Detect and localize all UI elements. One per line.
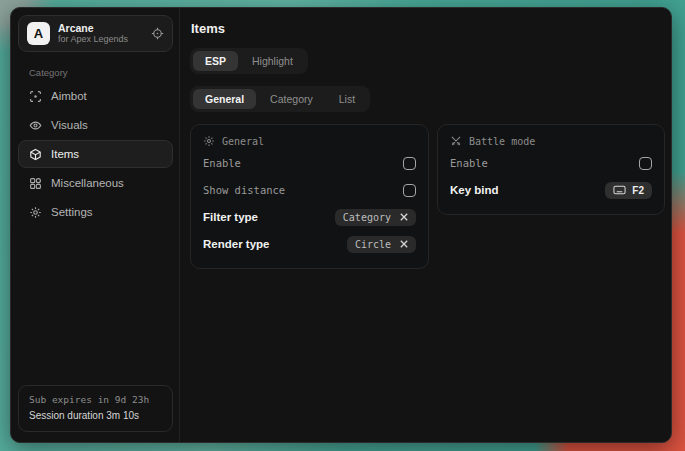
filter-type-value: Category [343,212,391,223]
sidebar-item-label: Visuals [51,119,88,131]
setting-row-enable: Enable [203,152,416,174]
keyboard-icon [613,185,626,195]
sidebar-item-label: Items [51,148,79,160]
eye-icon [29,119,42,132]
main-content: Items ESP Highlight General Category Lis… [180,8,671,442]
enable-checkbox[interactable] [403,157,416,170]
panel-battle-mode: Battle mode Enable Key bind [437,124,665,215]
sidebar-item-visuals[interactable]: Visuals [18,111,173,139]
panel-title-label: Battle mode [469,136,535,147]
clear-icon[interactable] [400,240,408,248]
sun-icon [203,135,215,147]
sidebar-item-label: Settings [51,206,93,218]
setting-label: Render type [203,238,269,250]
tab-esp[interactable]: ESP [193,51,238,71]
render-type-select[interactable]: Circle [347,236,416,253]
brand-card: A Arcane for Apex Legends [18,15,173,52]
panel-title-label: General [222,136,264,147]
setting-label: Enable [203,157,241,169]
setting-row-filter-type: Filter type Category [203,206,416,228]
tab-category[interactable]: Category [258,89,325,109]
session-duration-text: Session duration 3m 10s [29,408,162,424]
app-logo: A [27,22,50,45]
sidebar-item-label: Miscellaneous [51,177,124,189]
page-title: Items [191,21,665,36]
setting-row-render-type: Render type Circle [203,233,416,255]
show-distance-checkbox[interactable] [403,184,416,197]
setting-label: Show distance [203,184,285,196]
mode-tabs: ESP Highlight [190,48,308,74]
clear-icon[interactable] [400,213,408,221]
sidebar-item-items[interactable]: Items [18,140,173,168]
gear-icon [29,206,42,219]
setting-label: Filter type [203,211,258,223]
app-subtitle: for Apex Legends [58,34,143,44]
panels-row: General Enable Show distance Filter type… [190,124,665,269]
grid-icon [29,177,42,190]
category-section-label: Category [29,67,173,78]
tab-highlight[interactable]: Highlight [240,51,305,71]
package-icon [29,148,42,161]
sidebar-nav: Aimbot Visuals Items [18,82,173,226]
setting-row-show-distance: Show distance [203,179,416,201]
sidebar-item-miscellaneous[interactable]: Miscellaneous [18,169,173,197]
app-name: Arcane [58,22,143,34]
tab-general[interactable]: General [193,89,256,109]
filter-type-select[interactable]: Category [335,209,416,226]
keybind-value: F2 [632,185,644,196]
sidebar-item-label: Aimbot [51,90,87,102]
sidebar-item-settings[interactable]: Settings [18,198,173,226]
sub-expiry-text: Sub expires in 9d 23h [29,393,162,408]
view-tabs: General Category List [190,86,370,112]
tab-list[interactable]: List [327,89,367,109]
sidebar: A Arcane for Apex Legends Category [11,8,179,442]
target-icon[interactable] [151,27,164,40]
setting-row-key-bind: Key bind F2 [450,179,652,201]
battle-enable-checkbox[interactable] [639,157,652,170]
keybind-button[interactable]: F2 [605,182,652,199]
setting-row-enable: Enable [450,152,652,174]
setting-label: Key bind [450,184,499,196]
subscription-info: Sub expires in 9d 23h Session duration 3… [18,385,173,432]
app-window: A Arcane for Apex Legends Category [10,7,672,443]
sidebar-item-aimbot[interactable]: Aimbot [18,82,173,110]
panel-general: General Enable Show distance Filter type… [190,124,429,269]
crosshair-icon [29,90,42,103]
render-type-value: Circle [355,239,391,250]
setting-label: Enable [450,157,488,169]
swords-icon [450,135,462,147]
